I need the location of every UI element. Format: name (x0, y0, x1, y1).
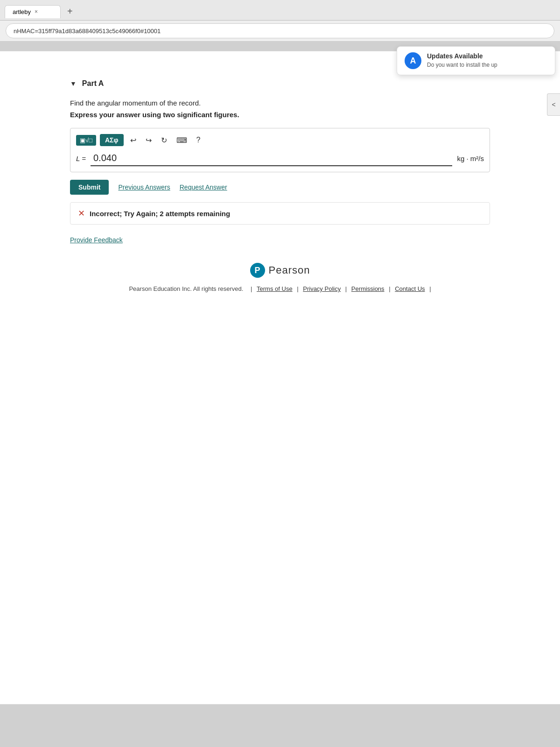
address-bar-input[interactable] (6, 23, 554, 38)
request-answer-button[interactable]: Request Answer (180, 183, 227, 191)
copyright-text: Pearson Education Inc. All rights reserv… (129, 285, 243, 292)
content-inner: ▼ Part A Find the angular momentum of th… (56, 61, 504, 302)
error-box: ✕ Incorrect; Try Again; 2 attempts remai… (70, 202, 490, 225)
separator-5: | (429, 285, 431, 292)
tab-close-button[interactable]: × (35, 8, 38, 15)
browser-chrome: artleby × + (0, 0, 560, 21)
math-icon: ▣√□ (80, 137, 92, 144)
alpha-sigma-button[interactable]: ΑΣφ (100, 134, 124, 146)
refresh-button[interactable]: ↻ (158, 135, 170, 146)
notification-app-icon: A (405, 52, 421, 69)
alpha-sigma-icon: ΑΣφ (105, 136, 119, 144)
redo-button[interactable]: ↪ (143, 135, 154, 146)
tab-label: artleby (13, 8, 31, 15)
submit-button[interactable]: Submit (70, 180, 109, 195)
help-button[interactable]: ? (194, 135, 203, 145)
footer-area: P Pearson Pearson Education Inc. All rig… (70, 244, 490, 302)
notification-body: Do you want to install the up (427, 62, 497, 68)
question-text: Find the angular momentum of the record. (70, 99, 490, 107)
part-chevron-icon[interactable]: ▼ (70, 80, 77, 87)
address-bar-row: A Updates Available Do you want to insta… (0, 21, 560, 42)
separator-4: | (389, 285, 392, 292)
answer-input[interactable] (91, 151, 452, 166)
footer-links: Pearson Education Inc. All rights reserv… (70, 285, 490, 292)
question-subtext: Express your answer using two significan… (70, 111, 490, 119)
submit-row: Submit Previous Answers Request Answer (70, 180, 490, 195)
provide-feedback-link[interactable]: Provide Feedback (70, 236, 123, 244)
terms-of-use-link[interactable]: Terms of Use (257, 285, 293, 292)
previous-answers-button[interactable]: Previous Answers (118, 183, 170, 191)
pearson-name: Pearson (269, 264, 310, 276)
keyboard-button[interactable]: ⌨ (174, 135, 190, 146)
separator-1: | (251, 285, 254, 292)
answer-container: ▣√□ ΑΣφ ↩ ↪ ↻ ⌨ ? L = kg · m²/s (70, 128, 490, 172)
input-row: L = kg · m²/s (76, 151, 484, 166)
math-toolbar: ▣√□ ΑΣφ ↩ ↪ ↻ ⌨ ? (76, 134, 484, 146)
undo-button[interactable]: ↩ (127, 135, 139, 146)
contact-us-link[interactable]: Contact Us (395, 285, 425, 292)
permissions-link[interactable]: Permissions (351, 285, 385, 292)
variable-label: L = (76, 155, 86, 162)
main-content: ▼ Part A Find the angular momentum of th… (0, 51, 560, 705)
unit-label: kg · m²/s (457, 155, 484, 162)
browser-tab[interactable]: artleby × (5, 5, 61, 18)
notification-content: Updates Available Do you want to install… (427, 52, 497, 68)
math-symbol-button[interactable]: ▣√□ (76, 135, 96, 146)
error-text: Incorrect; Try Again; 2 attempts remaini… (90, 210, 230, 218)
pearson-p-icon: P (250, 263, 265, 278)
error-icon: ✕ (78, 208, 85, 218)
provide-feedback-section: Provide Feedback (70, 236, 490, 244)
separator-3: | (345, 285, 349, 292)
notification-title: Updates Available (427, 52, 497, 60)
notification-popup: A Updates Available Do you want to insta… (397, 46, 555, 75)
pearson-logo: P Pearson (70, 263, 490, 278)
privacy-policy-link[interactable]: Privacy Policy (303, 285, 341, 292)
separator-2: | (297, 285, 300, 292)
part-a-label: Part A (82, 79, 104, 88)
sidebar-toggle-button[interactable]: < (547, 93, 560, 116)
new-tab-button[interactable]: + (64, 6, 76, 17)
